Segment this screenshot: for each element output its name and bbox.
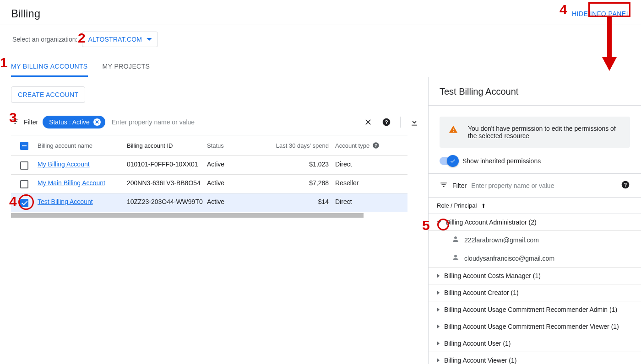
filter-icon <box>11 118 19 127</box>
billing-accounts-table: Billing account name Billing account ID … <box>11 135 407 212</box>
org-label: Select an organization: <box>12 36 77 43</box>
person-icon <box>451 253 460 263</box>
table-row: My Main Billing Account 200NN3-636LV3-BB… <box>11 175 407 193</box>
col-spend[interactable]: Last 30 days' spend <box>266 142 335 149</box>
toggle-label: Show inherited permissions <box>462 157 541 165</box>
filter-input[interactable] <box>110 116 359 128</box>
warning-text: You don't have permission to edit the pe… <box>468 125 621 139</box>
row-checkbox[interactable] <box>20 180 28 188</box>
role-filter-input[interactable] <box>471 182 616 189</box>
account-type: Reseller <box>335 179 386 187</box>
col-type[interactable]: Account type ? <box>335 142 386 149</box>
account-link[interactable]: Test Billing Account <box>38 198 93 205</box>
warning-icon <box>449 125 458 136</box>
role-column-header[interactable]: Role / Principal <box>429 197 641 214</box>
org-select-value: ALTOSTRAT.COM <box>88 36 142 43</box>
filter-chip-text: Status : Active <box>49 118 90 126</box>
create-account-button[interactable]: CREATE ACCOUNT <box>11 86 85 103</box>
role-row[interactable]: Billing Account Viewer (1) <box>429 352 641 364</box>
filter-icon <box>440 181 448 190</box>
show-inherited-toggle[interactable] <box>440 157 457 165</box>
row-checkbox[interactable] <box>20 161 28 170</box>
role-label: Billing Account Costs Manager (1) <box>444 272 541 279</box>
chip-remove-icon[interactable]: ✕ <box>93 118 101 126</box>
filter-label: Filter <box>452 182 467 189</box>
account-type: Direct <box>335 161 386 168</box>
person-icon <box>451 235 460 245</box>
info-panel-title: Test Billing Account <box>429 77 641 106</box>
permission-warning: You don't have permission to edit the pe… <box>440 117 630 148</box>
info-panel: Test Billing Account You don't have perm… <box>428 77 641 364</box>
page-title: Billing <box>11 7 40 20</box>
chevron-right-icon <box>437 341 440 346</box>
table-row: My Billing Account 010101-F0FFF0-10XX01 … <box>11 156 407 175</box>
caret-down-icon <box>147 38 152 41</box>
role-label: Billing Account Administrator (2) <box>446 219 537 226</box>
col-id[interactable]: Billing account ID <box>127 142 207 149</box>
row-checkbox[interactable] <box>20 199 28 207</box>
account-spend: $14 <box>266 198 335 205</box>
download-icon[interactable] <box>410 118 419 127</box>
role-row[interactable]: Billing Account Costs Manager (1) <box>429 268 641 284</box>
role-label: Billing Account Usage Commitment Recomme… <box>444 306 617 313</box>
divider <box>400 117 401 128</box>
account-link[interactable]: My Main Billing Account <box>38 179 105 187</box>
account-spend: $1,023 <box>266 161 335 168</box>
sort-up-icon <box>480 203 487 209</box>
role-label: Billing Account Creator (1) <box>444 289 519 296</box>
role-row[interactable]: Billing Account Usage Commitment Recomme… <box>429 318 641 335</box>
col-status[interactable]: Status <box>207 142 266 149</box>
account-status: Active <box>207 161 266 168</box>
account-id: 010101-F0FFF0-10XX01 <box>127 161 207 168</box>
role-row[interactable]: Billing Account Administrator (2) <box>429 214 641 231</box>
account-status: Active <box>207 198 266 205</box>
table-row: Test Billing Account 10ZZ23-203O44-WW99T… <box>11 193 407 212</box>
clear-icon[interactable] <box>364 118 373 127</box>
tab-my-billing-accounts[interactable]: MY BILLING ACCOUNTS <box>11 58 88 77</box>
principal-email: 222larabrown@gmail.com <box>464 236 539 244</box>
role-row[interactable]: Billing Account User (1) <box>429 335 641 352</box>
svg-text:?: ? <box>385 119 388 125</box>
help-icon[interactable]: ? <box>621 180 630 191</box>
role-row[interactable]: Billing Account Usage Commitment Recomme… <box>429 301 641 318</box>
horizontal-scrollbar[interactable] <box>11 213 364 218</box>
account-link[interactable]: My Billing Account <box>38 161 90 168</box>
account-id: 200NN3-636LV3-BB8O54 <box>127 179 207 187</box>
account-type: Direct <box>335 198 386 205</box>
account-id: 10ZZ23-203O44-WW99T0 <box>127 198 207 205</box>
role-label: Billing Account Viewer (1) <box>444 357 516 364</box>
principal-row: 222larabrown@gmail.com <box>429 231 641 249</box>
chevron-right-icon <box>437 290 440 295</box>
tab-my-projects[interactable]: MY PROJECTS <box>103 58 150 77</box>
filter-label: Filter <box>24 118 38 126</box>
principal-email: cloudysanfrancisco@gmail.com <box>464 255 554 262</box>
chevron-right-icon <box>437 273 440 278</box>
svg-text:?: ? <box>624 182 627 187</box>
select-all-checkbox[interactable] <box>20 142 28 150</box>
account-spend: $7,288 <box>266 179 335 187</box>
help-icon[interactable]: ? <box>382 118 391 127</box>
chevron-right-icon <box>437 358 440 363</box>
help-icon[interactable]: ? <box>372 142 380 149</box>
col-name[interactable]: Billing account name <box>38 142 127 149</box>
hide-info-panel-button[interactable]: HIDE INFO PANEL <box>572 10 630 17</box>
role-label: Billing Account User (1) <box>444 340 511 347</box>
role-label: Billing Account Usage Commitment Recomme… <box>444 323 619 330</box>
table-header: Billing account name Billing account ID … <box>11 135 407 156</box>
filter-chip-status-active[interactable]: Status : Active ✕ <box>43 116 105 128</box>
org-select[interactable]: ALTOSTRAT.COM <box>82 32 158 47</box>
svg-text:?: ? <box>375 143 377 148</box>
principal-row: cloudysanfrancisco@gmail.com <box>429 249 641 268</box>
role-row[interactable]: Billing Account Creator (1) <box>429 284 641 301</box>
chevron-right-icon <box>437 307 440 312</box>
chevron-right-icon <box>437 324 440 329</box>
account-status: Active <box>207 179 266 187</box>
chevron-down-icon <box>437 221 441 224</box>
